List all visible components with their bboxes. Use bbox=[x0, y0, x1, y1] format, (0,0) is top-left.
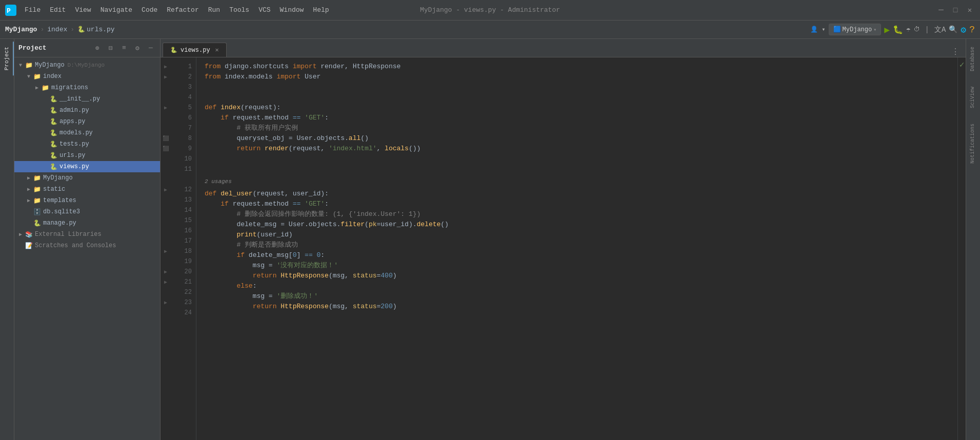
menu-file[interactable]: File bbox=[21, 4, 45, 16]
menu-vcs[interactable]: VCS bbox=[254, 4, 274, 16]
code-content[interactable]: from django.shortcuts import render, Htt… bbox=[196, 57, 957, 440]
dropdown-arrow-icon: ▾ bbox=[873, 27, 876, 33]
tree-item-views[interactable]: 🐍 views.py bbox=[14, 161, 160, 172]
expand-all-btn[interactable]: ≡ bbox=[119, 43, 129, 53]
code-editor[interactable]: ▶ ▶ ▶ ⬛ ⬛ ▶ bbox=[161, 57, 966, 440]
window-controls: ─ □ ✕ bbox=[936, 5, 975, 15]
menu-tools[interactable]: Tools bbox=[225, 4, 253, 16]
notifications-tab[interactable]: Notifications bbox=[967, 118, 979, 169]
run-button[interactable]: ▶ bbox=[884, 24, 890, 35]
editor-area: 🐍 views.py ✕ ⋮ ▶ ▶ ▶ ⬛ bbox=[161, 39, 966, 440]
folder-icon-mydjango: 📁 bbox=[25, 61, 33, 69]
breadcrumb-index[interactable]: index bbox=[47, 26, 67, 33]
code-line-19: msg = '没有对应的数据！' bbox=[205, 261, 957, 271]
collapse-all-btn[interactable]: ⊟ bbox=[106, 43, 116, 53]
sciview-tab[interactable]: SciView bbox=[967, 82, 979, 113]
breadcrumb-file[interactable]: urls.py bbox=[87, 26, 115, 33]
tree-item-scratches[interactable]: 📝 Scratches and Consoles bbox=[14, 240, 160, 251]
code-line-14: # 删除会返回操作影响的数量: (1, {'index.User': 1}) bbox=[205, 209, 957, 219]
run-config-selector[interactable]: 🟦 MyDjango ▾ bbox=[829, 24, 882, 35]
code-line-2: from index.models import User bbox=[205, 72, 957, 82]
gutter-5: ▶ bbox=[161, 103, 171, 113]
editor-tab-views[interactable]: 🐍 views.py ✕ bbox=[163, 43, 227, 57]
menu-view[interactable]: View bbox=[71, 4, 95, 16]
expand-arrow-index: ▼ bbox=[25, 72, 33, 81]
gutter-6 bbox=[161, 113, 171, 123]
line-num-12: 12 bbox=[171, 185, 192, 195]
tree-item-tests[interactable]: 🐍 tests.py bbox=[14, 138, 160, 150]
tree-item-urls[interactable]: 🐍 urls.py bbox=[14, 150, 160, 161]
menu-code[interactable]: Code bbox=[137, 4, 162, 16]
code-line-17: # 判断是否删除成功 bbox=[205, 240, 957, 250]
code-line-12: def del_user(request, user_id): bbox=[205, 189, 957, 199]
editor-tabs: 🐍 views.py ✕ ⋮ bbox=[161, 39, 966, 57]
gutter-2: ▶ bbox=[161, 72, 171, 82]
tree-item-apps[interactable]: 🐍 apps.py bbox=[14, 116, 160, 127]
project-panel: Project ⊕ ⊟ ≡ ⚙ ─ ▼ 📁 MyDjango D:\MyDjan… bbox=[14, 39, 161, 440]
tree-item-models[interactable]: 🐍 models.py bbox=[14, 127, 160, 138]
tree-label-db: db.sqlite3 bbox=[43, 208, 80, 215]
code-line-22: msg = '删除成功！' bbox=[205, 291, 957, 302]
project-panel-title: Project bbox=[18, 44, 89, 52]
settings-button[interactable]: ⚙ bbox=[961, 24, 966, 35]
folder-icon-migrations: 📁 bbox=[41, 84, 49, 92]
tree-label-mydjango-dir: MyDjango bbox=[43, 174, 73, 182]
django-icon: 🟦 bbox=[833, 26, 841, 33]
profile-button[interactable]: ⏱ bbox=[914, 26, 920, 33]
python-icon-models: 🐍 bbox=[49, 129, 57, 137]
menu-run[interactable]: Run bbox=[204, 4, 224, 16]
tree-item-admin[interactable]: 🐍 admin.py bbox=[14, 105, 160, 116]
tree-item-index[interactable]: ▼ 📁 index bbox=[14, 71, 160, 82]
search-everywhere-button[interactable]: 🔍 bbox=[949, 25, 957, 34]
close-button[interactable]: ✕ bbox=[965, 5, 975, 15]
help-button[interactable]: ? bbox=[969, 25, 975, 35]
minimize-button[interactable]: ─ bbox=[936, 5, 946, 15]
menu-edit[interactable]: Edit bbox=[46, 4, 70, 16]
code-line-16: print(user_id) bbox=[205, 230, 957, 240]
tree-item-ext-libs[interactable]: ▶ 📚 External Libraries bbox=[14, 229, 160, 240]
tree-item-static[interactable]: ▶ 📁 static bbox=[14, 184, 160, 195]
project-tab[interactable]: Project bbox=[1, 42, 14, 75]
menu-refactor[interactable]: Refactor bbox=[163, 4, 203, 16]
expand-arrow-static: ▶ bbox=[25, 185, 33, 193]
code-line-1: from django.shortcuts import render, Htt… bbox=[205, 62, 957, 72]
line-num-usages bbox=[171, 174, 192, 185]
profile-dropdown[interactable]: 👤 ▾ bbox=[810, 26, 825, 33]
project-tree: ▼ 📁 MyDjango D:\MyDjango ▼ 📁 index ▶ 📁 m… bbox=[14, 57, 160, 440]
coverage-button[interactable]: ☂ bbox=[906, 25, 910, 34]
run-controls: 👤 ▾ 🟦 MyDjango ▾ ▶ 🐛 ☂ ⏱ | 文A 🔍 ⚙ ? bbox=[810, 24, 975, 35]
tree-item-migrations[interactable]: ▶ 📁 migrations bbox=[14, 82, 160, 93]
line-num-23: 23 bbox=[171, 297, 192, 308]
add-content-btn[interactable]: ⊕ bbox=[92, 43, 103, 53]
breadcrumb-project[interactable]: MyDjango bbox=[5, 26, 37, 33]
tree-item-manage[interactable]: 🐍 manage.py bbox=[14, 217, 160, 229]
tree-item-mydjango-dir[interactable]: ▶ 📁 MyDjango bbox=[14, 172, 160, 184]
tree-item-init[interactable]: 🐍 __init__.py bbox=[14, 93, 160, 105]
tab-close-btn[interactable]: ✕ bbox=[215, 46, 219, 54]
expand-arrow-migrations: ▶ bbox=[33, 84, 41, 92]
translate-button[interactable]: 文A bbox=[934, 25, 946, 34]
menu-window[interactable]: Window bbox=[276, 4, 308, 16]
tree-label-urls: urls.py bbox=[59, 152, 85, 159]
maximize-button[interactable]: □ bbox=[950, 5, 961, 15]
editor-options-btn[interactable]: ⋮ bbox=[951, 47, 959, 57]
settings-gear-icon[interactable]: ⚙ bbox=[132, 43, 143, 53]
db-tab[interactable]: Database bbox=[967, 42, 979, 76]
code-line-5: def index(request): bbox=[205, 103, 957, 113]
code-line-13: if request.method == 'GET': bbox=[205, 199, 957, 209]
gutter-16 bbox=[161, 226, 171, 236]
menu-help[interactable]: Help bbox=[309, 4, 333, 16]
debug-button[interactable]: 🐛 bbox=[893, 25, 903, 35]
code-line-20: return HttpResponse(msg, status=400) bbox=[205, 271, 957, 281]
gutter-19 bbox=[161, 256, 171, 267]
tree-item-templates[interactable]: ▶ 📁 templates bbox=[14, 195, 160, 206]
run-config-name: MyDjango bbox=[843, 26, 872, 33]
project-panel-header: Project ⊕ ⊟ ≡ ⚙ ─ bbox=[14, 39, 160, 57]
menu-navigate[interactable]: Navigate bbox=[96, 4, 136, 16]
tree-item-mydjango[interactable]: ▼ 📁 MyDjango D:\MyDjango bbox=[14, 59, 160, 71]
hide-panel-btn[interactable]: ─ bbox=[146, 43, 156, 53]
tree-label-index: index bbox=[43, 73, 62, 80]
python-icon-init: 🐍 bbox=[49, 95, 57, 103]
tree-item-db[interactable]: 🗄️ db.sqlite3 bbox=[14, 206, 160, 217]
code-line-4 bbox=[205, 92, 957, 103]
